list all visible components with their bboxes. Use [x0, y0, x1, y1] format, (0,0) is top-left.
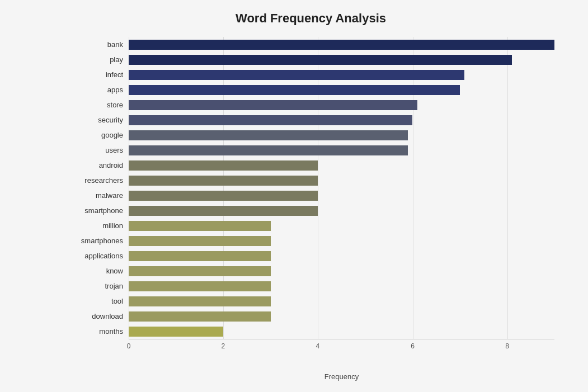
- bar-row: store: [67, 99, 554, 111]
- bar-row: researchers: [67, 174, 554, 187]
- bar-label: apps: [67, 86, 129, 94]
- bar-row: infect: [67, 69, 554, 81]
- bar-track: [129, 176, 554, 186]
- bar-fill: [129, 311, 271, 322]
- bar-label: android: [67, 161, 129, 169]
- bar-row: months: [67, 325, 554, 338]
- x-tick-label: 2: [222, 342, 225, 350]
- bar-row: million: [67, 220, 554, 232]
- x-tick-label: 6: [411, 342, 415, 350]
- bar-label: users: [67, 146, 129, 154]
- bar-fill: [129, 221, 271, 231]
- bar-label: applications: [67, 252, 129, 260]
- bar-track: [129, 40, 554, 50]
- bar-fill: [129, 115, 412, 125]
- bar-label: google: [67, 131, 129, 139]
- bar-label: store: [67, 101, 129, 109]
- bar-label: tool: [67, 297, 129, 305]
- bar-row: smartphones: [67, 235, 554, 247]
- bar-track: [129, 311, 554, 322]
- bar-fill: [129, 145, 408, 155]
- bar-fill: [129, 251, 271, 261]
- bar-label: smartphones: [67, 237, 129, 245]
- bar-row: applications: [67, 250, 554, 262]
- bar-track: [129, 266, 554, 276]
- x-axis: Frequency 02468: [129, 339, 554, 361]
- bars-wrapper: bankplayinfectappsstoresecuritygoogleuse…: [67, 37, 554, 339]
- bar-label: trojan: [67, 282, 129, 290]
- chart-container: Word Frequency Analysis bankplayinfectap…: [0, 0, 588, 392]
- bar-fill: [129, 40, 554, 50]
- bar-track: [129, 160, 554, 171]
- bar-label: download: [67, 312, 129, 320]
- bar-label: smartphone: [67, 206, 129, 215]
- bar-row: security: [67, 114, 554, 126]
- bar-track: [129, 296, 554, 306]
- bar-row: smartphone: [67, 205, 554, 217]
- bar-track: [129, 115, 554, 125]
- bar-label: researchers: [67, 176, 129, 185]
- bar-fill: [129, 160, 318, 171]
- bar-track: [129, 100, 554, 110]
- x-tick-label: 0: [127, 342, 131, 350]
- bar-fill: [129, 236, 271, 246]
- bar-row: know: [67, 265, 554, 277]
- chart-area: bankplayinfectappsstoresecuritygoogleuse…: [67, 37, 554, 361]
- bar-fill: [129, 176, 318, 186]
- bar-fill: [129, 281, 271, 291]
- bar-fill: [129, 55, 512, 65]
- bar-fill: [129, 70, 464, 80]
- bar-track: [129, 206, 554, 216]
- bar-fill: [129, 296, 271, 306]
- bar-label: security: [67, 116, 129, 124]
- bar-fill: [129, 100, 417, 110]
- bar-row: trojan: [67, 280, 554, 292]
- bar-track: [129, 55, 554, 65]
- bar-track: [129, 70, 554, 80]
- bar-fill: [129, 130, 408, 140]
- bar-fill: [129, 191, 318, 201]
- bar-row: malware: [67, 190, 554, 202]
- chart-title: Word Frequency Analysis: [67, 11, 554, 26]
- bar-track: [129, 327, 554, 337]
- bar-label: malware: [67, 191, 129, 200]
- bar-row: download: [67, 310, 554, 323]
- bar-row: users: [67, 144, 554, 157]
- bar-label: infect: [67, 70, 129, 79]
- bar-label: bank: [67, 40, 129, 49]
- bar-row: tool: [67, 295, 554, 308]
- bar-track: [129, 236, 554, 246]
- bar-fill: [129, 85, 460, 95]
- bar-row: bank: [67, 39, 554, 51]
- bar-label: months: [67, 327, 129, 336]
- bar-track: [129, 281, 554, 291]
- bar-track: [129, 130, 554, 140]
- bar-track: [129, 221, 554, 231]
- x-axis-label: Frequency: [324, 372, 359, 381]
- bar-label: play: [67, 55, 129, 64]
- bar-fill: [129, 327, 223, 337]
- bar-track: [129, 191, 554, 201]
- bar-row: android: [67, 159, 554, 172]
- bar-label: know: [67, 267, 129, 275]
- bar-fill: [129, 266, 271, 276]
- bar-track: [129, 145, 554, 155]
- bar-track: [129, 85, 554, 95]
- x-tick-label: 8: [505, 342, 509, 350]
- bar-row: play: [67, 54, 554, 66]
- bar-row: google: [67, 129, 554, 141]
- x-tick-label: 4: [316, 342, 320, 350]
- bar-track: [129, 251, 554, 261]
- bar-fill: [129, 206, 318, 216]
- bar-label: million: [67, 221, 129, 230]
- bar-row: apps: [67, 84, 554, 96]
